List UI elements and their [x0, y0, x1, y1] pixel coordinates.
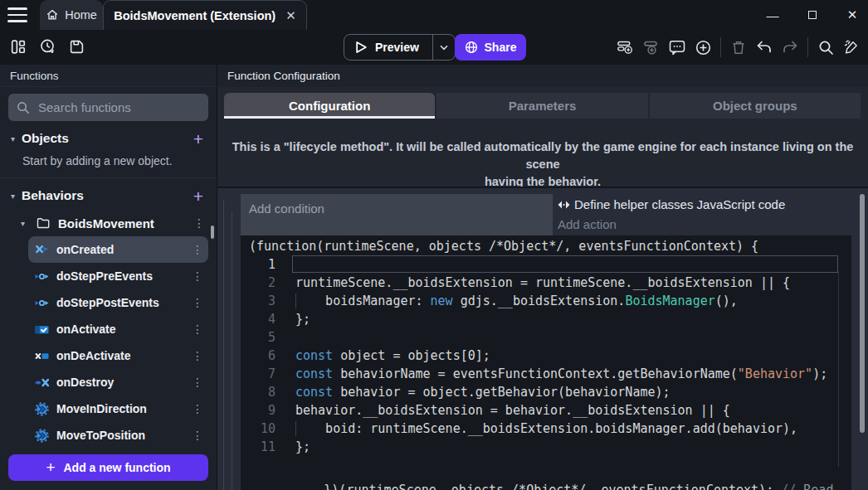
tab-close-icon[interactable]: ✕ [285, 8, 296, 23]
item-menu-button[interactable]: ⋮ [192, 296, 203, 309]
editor-ruler-line [838, 272, 839, 467]
pre-step-icon [35, 269, 49, 284]
line-number: 1 [241, 255, 287, 274]
sidebar-title: Functions [0, 65, 217, 87]
share-button[interactable]: Share [455, 34, 526, 61]
code-line-8: 8const behavior = object.getBehavior(beh… [241, 383, 851, 401]
function-item-movetoposition[interactable]: MoveToPosition⋮ [28, 422, 208, 449]
function-item-label: onActivate [56, 323, 116, 336]
sidebar-scrollbar[interactable] [211, 226, 214, 239]
js-code-editor[interactable]: (function(runtimeScene, objects /*Object… [241, 235, 851, 490]
item-menu-button[interactable]: ⋮ [192, 323, 203, 336]
tab-boidsmovement[interactable]: BoidsMovement (Extension) ✕ [103, 0, 307, 30]
line-text: runtimeScene.__boidsExtension = runtimeS… [295, 274, 790, 292]
toolbar-left-group [10, 38, 85, 55]
collapse-caret-icon[interactable]: ▾ [21, 219, 32, 228]
tab-home-label: Home [65, 8, 97, 22]
minimize-button[interactable]: — [763, 6, 782, 24]
add-new-function-button[interactable]: + Add a new function [8, 454, 208, 481]
add-object-button[interactable]: + [193, 130, 203, 148]
line-number: 7 [241, 365, 287, 383]
item-menu-button[interactable]: ⋮ [192, 269, 203, 283]
add-condition-cell[interactable]: Add condition [241, 194, 553, 235]
function-item-dosteppostevents[interactable]: doStepPostEvents⋮ [28, 289, 208, 316]
share-label: Share [485, 41, 517, 54]
events-scrollbar[interactable] [860, 194, 865, 433]
item-menu-button[interactable]: ⋮ [192, 376, 203, 389]
item-menu-button[interactable]: ⋮ [192, 402, 203, 415]
code-line-6: 6const object = objects[0]; [241, 347, 851, 365]
project-manager-icon[interactable] [10, 38, 27, 55]
function-item-ondeactivate[interactable]: onDeActivate⋮ [28, 342, 208, 369]
line-text: const object = objects[0]; [295, 347, 490, 365]
redo-icon[interactable] [782, 39, 798, 56]
objects-section-header: ▾ Objects + [0, 125, 217, 152]
line-number: 8 [241, 383, 287, 401]
collapse-caret-icon[interactable]: ▾ [11, 134, 22, 143]
add-function-label: Add a new function [64, 461, 171, 474]
function-item-ondestroy[interactable]: onDestroy⋮ [28, 369, 208, 395]
line-number: 3 [241, 292, 287, 310]
function-item-onactivate[interactable]: onActivate⋮ [28, 316, 208, 342]
js-event-title: Define helper classes JavaScript code [558, 197, 785, 211]
behaviors-header-label: Behaviors [22, 188, 84, 203]
function-item-oncreated[interactable]: onCreated⋮ [28, 236, 208, 263]
footer-code-text: })(runtimeScene, objects /*Object*/, eve… [324, 483, 781, 490]
preview-button-group: Preview [344, 34, 456, 61]
sidebar-divider [0, 177, 217, 178]
plus-icon: + [46, 458, 55, 477]
tab-parameters[interactable]: Parameters [436, 93, 647, 119]
function-item-moveindirection[interactable]: MoveInDirection⋮ [28, 395, 208, 422]
objects-header-label: Objects [22, 131, 69, 146]
preview-button[interactable]: Preview [344, 35, 432, 60]
tab-configuration[interactable]: Configuration [224, 93, 435, 119]
hamburger-menu-icon[interactable] [7, 7, 27, 22]
behaviors-section-header: ▾ Behaviors + [0, 182, 217, 209]
search-functions-input[interactable]: Search functions [8, 94, 208, 121]
toolbar-right-group [617, 37, 860, 57]
edit-pen-icon[interactable] [843, 39, 860, 56]
line-text: const behaviorName = eventsFunctionConte… [295, 365, 827, 383]
add-action-link[interactable]: Add action [558, 217, 617, 231]
code-line-11: 11}; [241, 438, 851, 456]
configuration-tabs: Configuration Parameters Object groups [224, 93, 861, 119]
add-comment-icon[interactable] [669, 39, 685, 56]
item-menu-button[interactable]: ⋮ [192, 429, 203, 442]
line-text: behavior.__boidsExtension = behavior.__b… [295, 401, 730, 420]
footer-comment-slashes: // [781, 483, 803, 490]
tab-object-groups[interactable]: Object groups [650, 93, 861, 119]
post-step-icon [35, 296, 49, 310]
search-icon[interactable] [817, 39, 834, 56]
item-menu-button[interactable]: ⋮ [192, 349, 203, 362]
item-menu-button[interactable]: ⋮ [192, 243, 203, 256]
search-icon [17, 101, 30, 114]
add-subevent-icon[interactable] [643, 39, 660, 56]
line-text: const behavior = object.getBehavior(beha… [295, 383, 671, 401]
collapse-caret-icon[interactable]: ▾ [11, 192, 22, 201]
maximize-icon [808, 11, 817, 19]
js-event-title-label: Define helper classes JavaScript code [574, 197, 785, 211]
code-indent-guide [295, 294, 296, 308]
line-number: 6 [241, 347, 287, 365]
behavior-folder-row[interactable]: ▾ BoidsMovement ⋮ [0, 211, 217, 235]
add-event-icon[interactable] [617, 39, 634, 56]
function-item-dosteppreevents[interactable]: doStepPreEvents⋮ [28, 263, 208, 289]
line-number: 2 [241, 274, 287, 292]
preview-dropdown-button[interactable] [432, 35, 455, 60]
close-button[interactable]: ✕ [843, 6, 861, 24]
functions-sidebar: Functions Search functions ▾ Objects + S… [0, 65, 217, 490]
undo-icon[interactable] [756, 39, 773, 56]
gear-arrows-icon [35, 429, 49, 443]
panel-title: Function Configuration [217, 65, 868, 87]
function-item-label: onDeActivate [56, 349, 130, 362]
save-icon[interactable] [68, 38, 85, 55]
history-icon[interactable] [39, 38, 56, 55]
maximize-button[interactable] [803, 6, 822, 24]
folder-menu-button[interactable]: ⋮ [193, 216, 205, 230]
add-other-event-icon[interactable] [695, 39, 711, 56]
tab-home[interactable]: Home [40, 0, 103, 30]
titlebar: Home BoidsMovement (Extension) ✕ — ✕ [0, 0, 868, 30]
delete-icon[interactable] [730, 39, 747, 56]
add-behavior-button[interactable]: + [193, 187, 203, 205]
folder-label: BoidsMovement [58, 216, 154, 230]
